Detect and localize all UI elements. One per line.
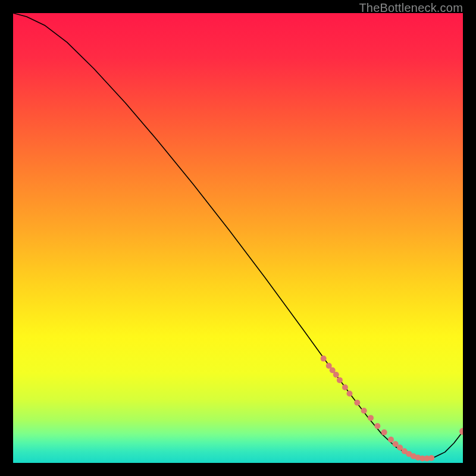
svg-point-11 (381, 430, 387, 436)
chart-stage: TheBottleneck.com (0, 0, 476, 476)
svg-point-6 (346, 391, 352, 397)
chart-plot (13, 13, 463, 463)
svg-point-21 (428, 455, 434, 461)
svg-point-12 (388, 437, 394, 443)
svg-point-7 (354, 400, 360, 406)
svg-point-9 (368, 415, 374, 421)
svg-point-5 (342, 384, 348, 390)
watermark-text: TheBottleneck.com (359, 1, 463, 15)
svg-point-0 (321, 356, 327, 362)
svg-point-3 (333, 372, 339, 378)
gradient-bg (13, 13, 463, 463)
svg-point-10 (374, 423, 380, 429)
svg-point-4 (337, 377, 343, 383)
svg-point-8 (361, 408, 367, 414)
